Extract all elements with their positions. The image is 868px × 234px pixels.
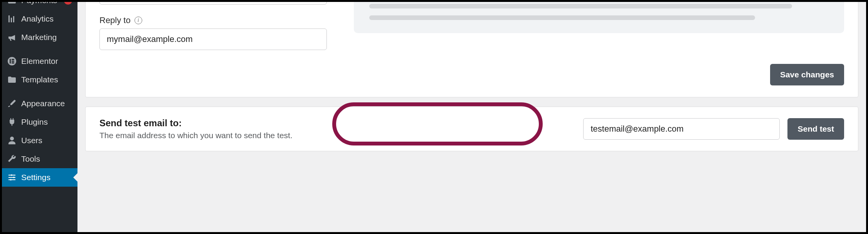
sidebar-item-label: Appearance [21, 99, 65, 108]
send-test-button[interactable]: Send test [787, 118, 844, 140]
wrench-icon [7, 154, 17, 164]
brush-icon [7, 99, 17, 108]
sidebar-item-appearance[interactable]: Appearance [2, 94, 77, 113]
from-name-input[interactable] [99, 2, 327, 5]
sidebar-item-plugins[interactable]: Plugins [2, 113, 77, 131]
megaphone-icon [7, 33, 17, 42]
email-preview-card [354, 2, 844, 33]
svg-point-5 [11, 174, 12, 176]
plug-icon [7, 117, 17, 127]
sidebar-item-label: Settings [21, 173, 50, 182]
skeleton-line [369, 4, 792, 8]
sender-settings-panel: Reply to i Save changes [85, 2, 858, 97]
sidebar-item-label: Marketing [21, 33, 57, 42]
svg-rect-1 [10, 59, 11, 64]
svg-point-6 [13, 177, 15, 178]
sidebar-item-label: Tools [21, 154, 40, 164]
sidebar-item-payments[interactable]: Payments [2, 0, 77, 10]
user-icon [7, 136, 17, 145]
admin-sidebar: Payments Analytics Marketing Elementor [2, 2, 77, 232]
send-test-title: Send test email to: [99, 118, 338, 129]
test-email-input[interactable] [583, 118, 780, 140]
sliders-icon [7, 173, 17, 182]
elementor-icon [7, 57, 17, 66]
sidebar-item-settings[interactable]: Settings [2, 168, 77, 187]
reply-to-input[interactable] [99, 28, 327, 50]
skeleton-line [369, 15, 755, 20]
sidebar-item-label: Elementor [21, 57, 58, 66]
svg-rect-4 [12, 62, 14, 64]
main-content: Reply to i Save changes [77, 2, 866, 232]
sidebar-item-templates[interactable]: Templates [2, 70, 77, 89]
bar-chart-icon [7, 14, 17, 23]
sidebar-item-users[interactable]: Users [2, 131, 77, 150]
wallet-icon [7, 0, 17, 5]
sidebar-item-analytics[interactable]: Analytics [2, 10, 77, 28]
svg-rect-2 [12, 59, 14, 60]
sidebar-item-label: Plugins [21, 117, 48, 127]
reply-to-label: Reply to [99, 15, 131, 25]
sidebar-item-label: Payments [21, 0, 57, 5]
sidebar-item-label: Templates [21, 75, 58, 84]
svg-point-7 [10, 179, 12, 181]
send-test-subtitle: The email address to which you want to s… [99, 131, 338, 140]
sidebar-item-marketing[interactable]: Marketing [2, 28, 77, 47]
save-changes-button[interactable]: Save changes [770, 64, 844, 85]
svg-rect-3 [12, 61, 14, 62]
sidebar-item-label: Users [21, 136, 42, 145]
sidebar-item-label: Analytics [21, 14, 54, 23]
sidebar-item-tools[interactable]: Tools [2, 150, 77, 168]
notification-badge-icon [64, 0, 72, 5]
sidebar-item-elementor[interactable]: Elementor [2, 52, 77, 70]
folder-icon [7, 75, 17, 84]
send-test-panel: Send test email to: The email address to… [85, 107, 858, 151]
info-icon[interactable]: i [135, 17, 142, 24]
